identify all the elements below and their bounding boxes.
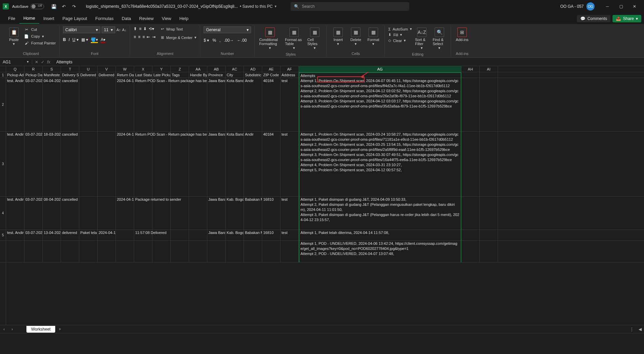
cell[interactable] [480,72,498,78]
cell[interactable] [262,241,281,262]
cell[interactable]: Address [281,72,299,78]
fx-icon[interactable]: fx [47,60,50,64]
cell[interactable]: Pickup Ad [6,72,24,78]
cell[interactable]: Jawa Bara [207,78,226,132]
column-header-AC[interactable]: AC [226,66,244,72]
cell[interactable]: test. Andir [6,197,24,230]
cell[interactable]: cancelled [61,78,79,132]
paste-button[interactable]: 📋Paste▾ [6,26,22,47]
increase-decimal-button[interactable]: .00→ [224,38,234,43]
cell[interactable]: Andir [244,78,262,132]
column-header-R[interactable]: R [24,66,43,72]
minimize-button[interactable]: ─ [601,1,614,12]
cell[interactable] [79,78,98,132]
align-bottom-button[interactable]: ⬇ [143,26,147,31]
cell[interactable]: test [281,230,299,241]
add-sheet-button[interactable]: + [55,327,64,332]
cell[interactable]: Delivery S [61,72,79,78]
cell[interactable] [189,78,207,132]
cell[interactable] [461,197,480,230]
cell[interactable]: 04-04-202 [43,78,61,132]
cell[interactable]: 2024-04-1 [116,78,134,132]
format-cells-button[interactable]: ▦Format▾ [366,26,381,47]
cell[interactable] [461,230,480,241]
cell[interactable]: Return POD Scan - Return package has be [134,132,152,197]
cell[interactable] [480,230,498,241]
align-left-button[interactable]: ≡ [133,35,136,39]
cell[interactable] [152,241,171,262]
cell[interactable]: Kab. Bogo [226,230,244,241]
currency-button[interactable]: $ ▾ [204,38,209,43]
column-header-AI[interactable]: AI [480,66,498,72]
tab-formulas[interactable]: Formulas [91,14,118,23]
cell[interactable]: 13-04-202 [43,230,61,241]
tab-home[interactable]: Home [19,13,39,24]
cell[interactable]: Kota Band [226,132,244,197]
cell[interactable]: Delivered [79,72,98,78]
cell[interactable] [171,132,189,197]
sheet-next-button[interactable]: › [8,327,16,332]
undo-icon[interactable]: ↶ [60,2,68,11]
increase-font-button[interactable]: A↑ [117,26,121,33]
cell[interactable]: ZIP Code [262,72,281,78]
cell[interactable]: Babakan M [244,197,262,230]
insert-cells-button[interactable]: ▦Insert▾ [330,26,346,47]
column-header-Z[interactable]: Z [171,66,189,72]
cell[interactable]: 40184 [262,78,281,132]
cell[interactable]: Babakan M [244,230,262,241]
cell[interactable]: 03-07-202 [24,78,43,132]
cell[interactable] [98,197,116,230]
cell[interactable]: 18-03-202 [43,132,61,197]
save-icon[interactable]: 💾 [49,2,58,11]
copy-button[interactable]: 📄Copy ▾ [24,33,56,39]
percent-button[interactable]: % [212,38,216,43]
font-name-select[interactable]: Calibri▾ [63,26,100,33]
tab-view[interactable]: View [158,14,175,23]
align-right-button[interactable]: ≡ [142,35,145,39]
cell[interactable]: Attempt 1, Problem On Shipment scan, 202… [299,78,461,132]
column-header-AA[interactable]: AA [189,66,207,72]
tab-insert[interactable]: Insert [39,14,59,23]
delete-cells-button[interactable]: ▦Delete▾ [348,26,363,47]
cell[interactable]: Kota Band [226,78,244,132]
cell[interactable]: test. Andir [6,230,24,241]
cell[interactable] [79,197,98,230]
format-as-table-button[interactable]: ▦Format as Table▾ [284,26,304,51]
sort-filter-button[interactable]: A↓ZSort & Filter▾ [414,26,430,51]
column-header-AB[interactable]: AB [207,66,226,72]
search-input[interactable]: 🔍 Search [291,2,409,11]
cell[interactable] [480,78,498,132]
tab-data[interactable]: Data [118,14,135,23]
cell[interactable]: 11:57:08 Delivered [134,230,152,241]
column-header-W[interactable]: W [116,66,134,72]
name-box[interactable]: AG1▼ [0,60,32,64]
cell[interactable]: cancelled [61,132,79,197]
cell[interactable]: Attempt 1, Paket telah diterima, 2024-04… [299,230,461,241]
cell-styles-button[interactable]: ▦Cell Styles▾ [306,26,323,51]
cancel-icon[interactable]: ✕ [35,60,38,64]
cell[interactable] [79,241,98,262]
sheet-prev-button[interactable]: ‹ [0,327,8,332]
column-header-AH[interactable]: AH [461,66,480,72]
decrease-decimal-button[interactable]: ←.00 [237,38,247,43]
cell[interactable]: test. Andir [6,78,24,132]
cell[interactable]: Manifeste [43,72,61,78]
close-button[interactable]: ✕ [628,1,641,12]
cell[interactable]: 03-07-202 [24,230,43,241]
cell[interactable]: Province [207,72,226,78]
cell[interactable] [189,132,207,197]
avatar[interactable]: OG [586,2,595,11]
row-header[interactable]: 3 [0,132,6,197]
row-header[interactable]: 4 [0,197,6,230]
spreadsheet-grid[interactable]: QRSTUVWXYZAAABACADAEAFAGAHAI 12345 Picku… [0,66,644,325]
cell[interactable]: 03-07-202 [24,197,43,230]
merge-center-button[interactable]: ⊞ Merge & Center ▾ [161,35,196,40]
cell[interactable]: 03-07-202 [24,132,43,197]
cell[interactable]: Paket tela [79,230,98,241]
tab-page-layout[interactable]: Page Layout [58,14,91,23]
filename-label[interactable]: logistic_shipments_637c784a68e4c050a37a5… [86,4,238,9]
cell[interactable] [189,230,207,241]
column-header-Y[interactable]: Y [152,66,171,72]
share-button[interactable]: 📤 Share ▾ [612,15,641,22]
comments-button[interactable]: 💬 Comments [577,15,610,22]
